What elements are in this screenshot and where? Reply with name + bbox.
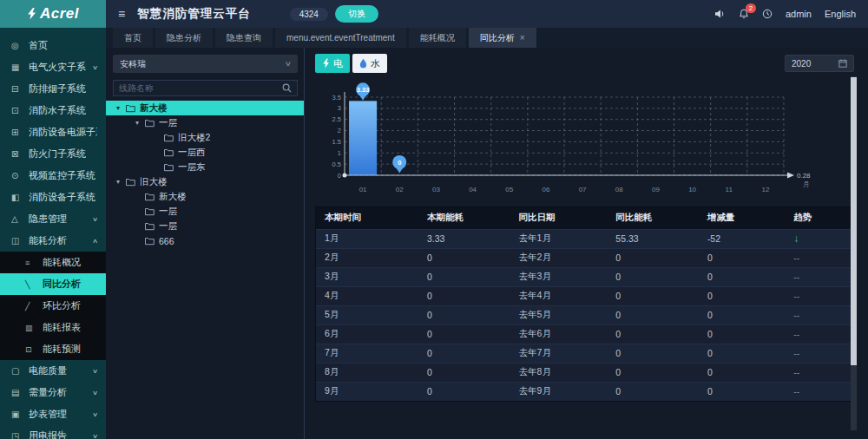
notification-count-badge: 2: [746, 3, 756, 13]
tab-label: 同比分析: [480, 32, 515, 44]
switch-button[interactable]: 切换: [335, 5, 378, 23]
sidebar-subitem[interactable]: ╲同比分析: [0, 273, 106, 295]
sidebar-item[interactable]: ◫能耗分析∧: [0, 230, 106, 252]
table-cell: 去年6月: [510, 324, 608, 344]
sidebar-item[interactable]: ▢电能质量∨: [0, 360, 106, 382]
tree-node[interactable]: ▾旧大楼: [113, 174, 298, 189]
calendar-icon: [838, 59, 847, 68]
clock-icon[interactable]: [762, 9, 773, 19]
search-icon[interactable]: [282, 83, 292, 93]
language-switch[interactable]: English: [825, 9, 856, 19]
sidebar-item-label: 抄表管理: [29, 408, 67, 421]
sidebar-item[interactable]: ⊡消防水子系统: [0, 100, 106, 121]
sidebar-item[interactable]: ⊟防排烟子系统: [0, 78, 106, 100]
tree-node[interactable]: 旧大楼2: [113, 130, 298, 145]
notification-bell-icon[interactable]: 2: [739, 9, 749, 19]
table-header-cell: 趋势: [785, 207, 855, 229]
tree-node[interactable]: 一层东: [113, 160, 298, 174]
meter-reading-icon: ▣: [11, 410, 22, 419]
speaker-icon[interactable]: [714, 9, 726, 19]
tab-隐患查询[interactable]: 隐患查询: [215, 28, 273, 48]
tab-隐患分析[interactable]: 隐患分析: [155, 28, 213, 48]
sidebar-subitem[interactable]: ╱环比分析: [0, 295, 106, 317]
chevron-down-icon: ∨: [92, 390, 98, 396]
line-search[interactable]: [113, 80, 298, 96]
toggle-water-button[interactable]: 水: [352, 54, 387, 73]
table-cell: 0: [418, 248, 510, 267]
tree-node[interactable]: ▾一层: [113, 115, 298, 130]
tree-panel: 安科瑞 ∨ ▾新大楼▾一层旧大楼2一层西一层东▾旧大楼新大楼一层一层666: [106, 48, 304, 439]
page-title: 智慧消防管理云平台: [137, 6, 251, 22]
year-picker[interactable]: 2020: [785, 55, 854, 72]
table-cell: 去年3月: [510, 267, 608, 286]
trend-cell: --: [785, 324, 855, 344]
svg-text:06: 06: [542, 186, 549, 193]
organization-select[interactable]: 安科瑞 ∨: [113, 55, 298, 73]
sidebar-item[interactable]: ⊞消防设备电源子系统: [0, 121, 106, 143]
svg-text:03: 03: [432, 186, 440, 193]
tree-expand-icon[interactable]: ▾: [134, 119, 141, 127]
scrollbar-track[interactable]: [851, 76, 857, 430]
tree-node-label: 一层: [159, 220, 177, 233]
sidebar-item-label: 消防设备子系统: [29, 191, 95, 204]
sidebar-submenu: ≡能耗概况╲同比分析╱环比分析▥能耗报表⊡能耗预测: [0, 252, 106, 360]
sidebar-item[interactable]: ▦电气火灾子系统∨: [0, 56, 106, 78]
table-cell: 0: [699, 324, 785, 344]
water-drop-icon: [359, 58, 367, 69]
table-cell: 0: [699, 344, 785, 363]
energy-analysis-icon: ◫: [11, 236, 22, 246]
tree-node[interactable]: 新大楼: [113, 189, 298, 204]
toggle-electric-button[interactable]: 电: [315, 54, 350, 73]
tree-node[interactable]: 一层: [113, 204, 298, 219]
table-body: 1月3.33去年1月55.33-52↓2月0去年2月00--3月0去年3月00-…: [316, 229, 855, 401]
yoy-table: 本期时间本期能耗同比日期同比能耗增减量趋势 1月3.33去年1月55.33-52…: [316, 207, 855, 401]
sidebar-item[interactable]: ▤需量分析∨: [0, 382, 106, 403]
username[interactable]: admin: [786, 9, 812, 19]
sidebar-item[interactable]: △隐患管理∨: [0, 208, 106, 230]
table-cell: 0: [607, 267, 699, 286]
tree-node[interactable]: 666: [113, 233, 298, 248]
acrel-bolt-icon: [27, 8, 36, 20]
svg-text:0.5: 0.5: [332, 161, 341, 168]
sidebar-item[interactable]: ⊙视频监控子系统: [0, 165, 106, 187]
table-cell: 9月: [316, 382, 418, 401]
trend-flat-text: --: [793, 348, 799, 358]
tree-expand-icon[interactable]: ▾: [115, 104, 122, 112]
tab-同比分析[interactable]: 同比分析×: [469, 28, 536, 48]
line-search-input[interactable]: [119, 83, 282, 93]
sidebar-subitem[interactable]: ⊡能耗预测: [0, 338, 106, 360]
tab-close-icon[interactable]: ×: [520, 33, 525, 43]
sidebar-item[interactable]: ▣抄表管理∨: [0, 403, 106, 425]
toggle-label: 电: [333, 57, 343, 70]
tab-menu.event.eventTreatment[interactable]: menu.event.eventTreatment: [275, 28, 406, 48]
table-cell: 去年4月: [510, 286, 608, 305]
menu-collapse-icon[interactable]: ≡: [118, 7, 125, 21]
table-cell: 去年9月: [510, 382, 608, 401]
svg-text:09: 09: [652, 186, 660, 193]
sidebar-item[interactable]: ⊠防火门子系统: [0, 143, 106, 165]
electrical-fire-icon: ▦: [11, 62, 22, 72]
table-cell: 0: [418, 286, 510, 305]
sidebar-item[interactable]: ◎首页: [0, 35, 106, 56]
sidebar-item-label: 电能质量: [29, 364, 67, 377]
scrollbar-thumb[interactable]: [851, 77, 857, 365]
sidebar-subitem[interactable]: ▥能耗报表: [0, 317, 106, 338]
svg-text:10: 10: [688, 186, 696, 193]
sidebar-subitem[interactable]: ≡能耗概况: [0, 252, 106, 273]
tree-node[interactable]: 一层: [113, 219, 298, 233]
tab-能耗概况[interactable]: 能耗概况: [409, 28, 466, 48]
tab-首页[interactable]: 首页: [113, 28, 153, 48]
svg-text:1: 1: [338, 149, 341, 157]
svg-text:12: 12: [761, 186, 769, 193]
tree-node[interactable]: ▾新大楼: [106, 101, 304, 115]
folder-open-icon: [145, 193, 155, 201]
tree-expand-icon[interactable]: ▾: [115, 178, 122, 186]
sidebar-item[interactable]: ◧消防设备子系统: [0, 187, 106, 208]
tree-node[interactable]: 一层西: [113, 145, 298, 160]
sidebar-item[interactable]: ◳用电报告∨: [0, 425, 106, 439]
year-picker-value: 2020: [792, 59, 811, 69]
tree-node-label: 旧大楼2: [178, 132, 210, 144]
sidebar-item-label: 首页: [29, 39, 48, 52]
table-cell: 3.33: [418, 229, 510, 248]
sidebar-subitem-label: 能耗报表: [43, 321, 81, 334]
